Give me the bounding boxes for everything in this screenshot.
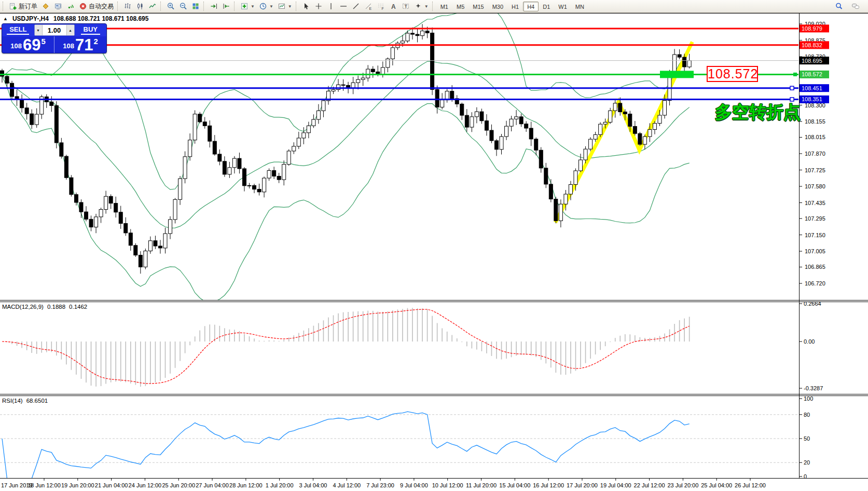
- templates-button[interactable]: ▼: [275, 1, 294, 12]
- toolbar-grip: [296, 2, 298, 11]
- search-button[interactable]: [833, 1, 845, 12]
- volume-decrease-button[interactable]: ▼: [35, 25, 43, 35]
- volume-stepper: ▼ ▲: [34, 24, 75, 36]
- rsi-name: RSI(14): [2, 398, 23, 404]
- add-indicator-icon: [240, 2, 249, 10]
- timeframe-m30-button[interactable]: M30: [488, 2, 507, 11]
- sell-price-prefix: 108: [10, 42, 22, 50]
- toolbar-grip: [432, 2, 434, 11]
- sell-price-pip-digit: 5: [41, 37, 45, 46]
- arrows-tool-icon: [414, 2, 422, 10]
- cursor-icon: [302, 2, 310, 10]
- signals-button[interactable]: [64, 1, 77, 12]
- buy-price-display[interactable]: 108 71 2: [54, 36, 106, 53]
- macd-signal-value: 0.1462: [69, 304, 87, 310]
- volume-input[interactable]: [43, 25, 66, 35]
- time-axis[interactable]: [0, 479, 799, 491]
- bar-chart-button[interactable]: [121, 1, 134, 12]
- main-chart-panel[interactable]: [0, 13, 799, 300]
- crosshair-icon: [314, 2, 323, 10]
- timeframe-d1-button[interactable]: D1: [539, 2, 554, 11]
- text-label-tool-button[interactable]: T: [399, 1, 412, 12]
- sell-button[interactable]: SELL: [2, 24, 34, 36]
- candlestick-chart-button[interactable]: [134, 1, 146, 12]
- toolbar-right-icons: [833, 1, 867, 12]
- auto-trading-button-label: 自动交易: [89, 2, 114, 11]
- vertical-line-tool-button[interactable]: [325, 1, 337, 12]
- timeframe-w1-button[interactable]: W1: [554, 2, 571, 11]
- line-chart-button[interactable]: [146, 1, 159, 12]
- periods-icon: [259, 2, 267, 10]
- ohlc-values: 108.688 108.721 108.671 108.695: [53, 15, 149, 22]
- timeframe-m5-button[interactable]: M5: [452, 2, 469, 11]
- chart-title: ▲ USDJPY-,H4 108.688 108.721 108.671 108…: [3, 15, 148, 22]
- fibo-icon: E: [364, 2, 373, 10]
- new-order-button-label: 新订单: [19, 2, 37, 11]
- macd-name: MACD(12,26,9): [2, 304, 44, 310]
- periods-button[interactable]: ▼: [257, 1, 275, 12]
- timeframe-h1-button[interactable]: H1: [507, 2, 523, 11]
- fibonacci-tool-button[interactable]: F: [375, 1, 387, 12]
- market-button[interactable]: [39, 1, 52, 12]
- gold-icon: [42, 2, 50, 10]
- buy-price-big-digits: 71: [75, 38, 93, 52]
- sell-price-big-digits: 69: [23, 38, 40, 52]
- sell-price-display[interactable]: 108 69 5: [2, 36, 54, 53]
- trendline-tool-button[interactable]: [350, 1, 362, 12]
- indicators-button[interactable]: ▼: [238, 1, 257, 12]
- svg-text:F: F: [381, 7, 383, 10]
- auto-trade-icon: [79, 2, 87, 10]
- chart-shift-icon: [222, 2, 230, 10]
- macd-panel[interactable]: [0, 302, 799, 394]
- templates-icon: [278, 2, 286, 10]
- price-axis[interactable]: [800, 13, 868, 479]
- sell-button-label: SELL: [7, 25, 29, 35]
- label-tool-icon: T: [402, 2, 410, 10]
- chevron-down-icon: ▼: [251, 4, 255, 9]
- crosshair-tool-button[interactable]: [312, 1, 325, 12]
- chevron-down-icon: ▼: [424, 4, 429, 9]
- macd-main-value: 0.1888: [47, 304, 65, 310]
- turning-point-annotation[interactable]: 多空转折点: [715, 101, 801, 124]
- chevron-down-icon: ▼: [269, 4, 273, 9]
- macd-indicator-label: MACD(12,26,9) 0.1888 0.1462: [2, 304, 87, 310]
- timeframe-mn-button[interactable]: MN: [571, 2, 588, 11]
- cycles-icon: F: [377, 2, 385, 10]
- price-annotation-box[interactable]: 108.572: [707, 66, 758, 82]
- rsi-panel[interactable]: [0, 396, 799, 478]
- auto-trading-button[interactable]: 自动交易: [77, 1, 116, 12]
- symbol-marker-icon: ▲: [3, 16, 8, 21]
- auto-scroll-button[interactable]: [208, 1, 220, 12]
- zoom-in-button[interactable]: [164, 1, 177, 12]
- arrows-tool-button[interactable]: ▼: [412, 1, 431, 12]
- terminal-button[interactable]: [52, 1, 64, 12]
- horizontal-line-tool-button[interactable]: [337, 1, 350, 12]
- timeframe-m15-button[interactable]: M15: [469, 2, 488, 11]
- equidistant-channel-tool-button[interactable]: E: [362, 1, 375, 12]
- candle-chart-icon: [136, 2, 144, 10]
- bar-chart-icon: [123, 2, 132, 10]
- toolbar-grip: [234, 2, 236, 11]
- tile-windows-button[interactable]: [189, 1, 202, 12]
- text-tool-button[interactable]: A: [387, 1, 399, 12]
- cursor-tool-button[interactable]: [300, 1, 312, 12]
- symbol-timeframe-label: USDJPY-,H4: [12, 15, 49, 22]
- volume-increase-button[interactable]: ▲: [66, 25, 74, 35]
- zoom-out-button[interactable]: [177, 1, 189, 12]
- toolbar-grip: [160, 2, 162, 11]
- zoom-out-icon: [179, 2, 187, 10]
- chart-shift-button[interactable]: [220, 1, 232, 12]
- mt4-window: 109.020108.875108.730108.300108.155108.0…: [0, 0, 868, 491]
- zoom-in-icon: [167, 2, 175, 10]
- timeframe-m1-button[interactable]: M1: [436, 2, 452, 11]
- new-order-button[interactable]: 新订单: [7, 1, 39, 12]
- one-click-trading-panel: SELL ▼ ▲ BUY 108 69 5 108 71 2: [2, 23, 107, 53]
- chat-button[interactable]: [849, 1, 862, 12]
- buy-price-pip-digit: 2: [93, 37, 98, 46]
- rsi-indicator-label: RSI(14) 68.6501: [2, 398, 48, 404]
- tile-windows-icon: [191, 2, 200, 10]
- buy-button[interactable]: BUY: [75, 24, 107, 36]
- timeframe-h4-button[interactable]: H4: [523, 2, 539, 11]
- search-icon: [835, 2, 843, 10]
- toolbar-grip: [203, 2, 205, 11]
